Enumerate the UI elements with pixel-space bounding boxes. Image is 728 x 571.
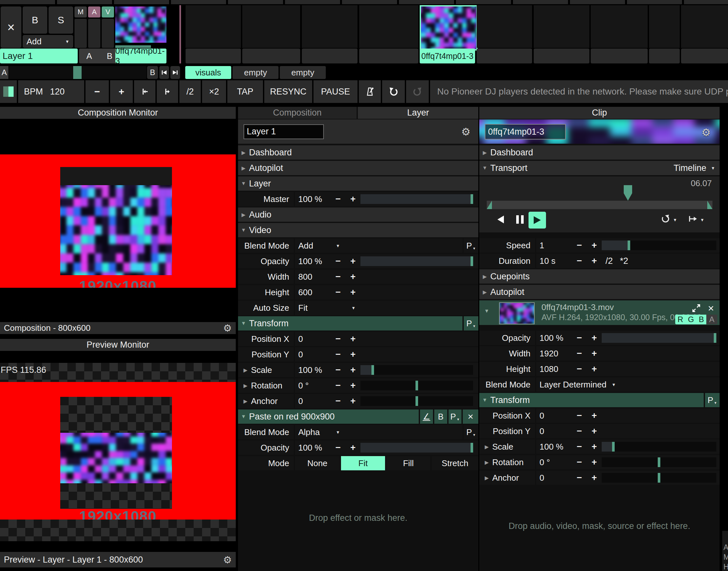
transform-param-button[interactable]: P▼ — [464, 316, 478, 331]
effect-bypass-button[interactable]: B — [434, 410, 447, 424]
timeline-out-handle[interactable] — [707, 201, 713, 209]
speed-slider[interactable] — [602, 240, 716, 250]
scale-value[interactable]: 100 % — [295, 365, 331, 375]
layer-ab-assign[interactable]: A B — [79, 48, 120, 64]
layer-mute-button[interactable]: M — [75, 6, 87, 17]
increment-button[interactable]: + — [587, 256, 602, 266]
clip-cell-label[interactable] — [359, 48, 418, 64]
bpm-increase-button[interactable]: + — [110, 80, 133, 103]
app-logo-button[interactable] — [0, 80, 17, 103]
increment-button[interactable]: + — [345, 334, 360, 344]
opacity-value[interactable]: 100 % — [295, 256, 331, 266]
timeline-track[interactable] — [487, 201, 713, 209]
crossfader-a-label[interactable]: A — [0, 66, 8, 79]
deck-tab-empty-2[interactable]: empty — [280, 66, 326, 79]
clip-cell-label[interactable] — [242, 48, 300, 64]
decrement-button[interactable]: − — [331, 271, 345, 282]
increment-button[interactable]: + — [345, 396, 360, 406]
master-value[interactable]: 100 % — [295, 194, 331, 204]
increment-button[interactable]: + — [587, 240, 602, 250]
clip-cell[interactable] — [359, 5, 418, 48]
increment-button[interactable]: + — [345, 287, 360, 298]
decrement-button[interactable]: − — [331, 380, 345, 391]
transport-mode-dropdown[interactable]: Timeline▼ — [673, 163, 715, 173]
decrement-button[interactable]: − — [572, 256, 587, 266]
increment-button[interactable]: + — [345, 256, 360, 266]
layer-a-fader[interactable] — [88, 19, 100, 48]
clip-width-value[interactable]: 1920 — [536, 349, 572, 359]
height-value[interactable]: 600 — [295, 288, 331, 298]
clip-scale-value[interactable]: 100 % — [536, 442, 572, 452]
clip-rotation-slider[interactable] — [602, 457, 716, 467]
position-x-value[interactable]: 0 — [295, 334, 331, 344]
layer-bypass-button[interactable]: B — [23, 6, 47, 34]
mode-fill-button[interactable]: Fill — [386, 456, 430, 470]
width-value[interactable]: 800 — [295, 272, 331, 282]
clip-cell[interactable] — [302, 5, 357, 48]
section-video[interactable]: ▼Video — [238, 223, 478, 237]
clip-section-autopilot[interactable]: ▶Autopilot — [479, 285, 720, 299]
blend-mode-dropdown[interactable]: Add — [295, 241, 331, 251]
clip-cell-label[interactable] — [681, 48, 728, 64]
increment-button[interactable]: + — [587, 348, 602, 359]
play-backwards-button[interactable] — [497, 216, 504, 223]
channel-g[interactable]: G — [688, 315, 694, 324]
bpm-half-button[interactable]: /2 — [180, 80, 201, 103]
effect-header[interactable]: ▼Paste on red 900x900 — [238, 410, 419, 424]
rgb-channel-buttons[interactable]: R G B — [675, 315, 706, 324]
decrement-button[interactable]: − — [331, 334, 345, 344]
clip-section-cuepoints[interactable]: ▶Cuepoints — [479, 269, 720, 283]
layer-v-fader[interactable] — [102, 19, 114, 48]
increment-button[interactable]: + — [587, 411, 602, 421]
decrement-button[interactable]: − — [331, 443, 345, 453]
crossfader-b-button[interactable]: B — [147, 66, 158, 79]
clip-anchor-slider[interactable] — [602, 473, 716, 483]
decrement-button[interactable]: − — [572, 333, 587, 343]
channel-b[interactable]: B — [699, 315, 704, 324]
clip-position-x-value[interactable]: 0 — [536, 411, 572, 421]
rotation-value[interactable]: 0 ° — [295, 381, 331, 391]
clip-opacity-slider[interactable] — [602, 333, 716, 343]
section-audio[interactable]: ▶Audio — [238, 208, 478, 222]
decrement-button[interactable]: − — [572, 348, 587, 359]
effect-edit-button[interactable]: ∠ — [420, 410, 433, 424]
chevron-down-icon[interactable]: ▼ — [336, 243, 340, 248]
channel-r[interactable]: R — [678, 315, 683, 324]
gear-icon[interactable]: ⚙ — [223, 322, 232, 334]
layer-active-clip-thumbnail[interactable] — [115, 6, 167, 43]
deck-tab-empty-1[interactable]: empty — [232, 66, 279, 79]
clip-anchor-value[interactable]: 0 — [536, 473, 572, 483]
clip-section-dashboard[interactable]: ▶Dashboard — [479, 145, 720, 159]
clip-transform-param-button[interactable]: P▼ — [705, 393, 720, 407]
bpm-double-button[interactable]: ×2 — [202, 80, 226, 103]
next-deck-button[interactable] — [170, 66, 180, 79]
increment-button[interactable]: + — [587, 457, 602, 467]
section-dashboard[interactable]: ▶Dashboard — [238, 145, 478, 159]
decrement-button[interactable]: − — [572, 240, 587, 250]
clip-cell[interactable] — [649, 5, 680, 48]
beat-nudge-back-button[interactable] — [134, 80, 155, 103]
play-button[interactable] — [528, 212, 546, 229]
rotation-slider[interactable] — [360, 381, 473, 390]
decrement-button[interactable]: − — [572, 457, 587, 467]
clip-position-y-value[interactable]: 0 — [536, 426, 572, 436]
duration-double-button[interactable]: *2 — [617, 256, 631, 266]
section-transform[interactable]: ▼Transform — [238, 316, 462, 331]
clip-height-value[interactable]: 1080 — [536, 364, 572, 374]
increment-button[interactable]: + — [345, 271, 360, 282]
anchor-slider[interactable] — [360, 396, 473, 406]
clip-cell[interactable] — [186, 5, 241, 48]
pause-bpm-button[interactable]: PAUSE — [313, 80, 357, 103]
crossfader-handle[interactable] — [73, 66, 82, 79]
layer-blend-dropdown[interactable]: Add▼ — [23, 35, 73, 48]
clip-file-row[interactable]: ▼ 0ffq7t4mp01-3.mov AVF H.264, 1920x1080… — [479, 301, 720, 325]
decrement-button[interactable]: − — [331, 396, 345, 406]
effect-param-button[interactable]: P▼ — [448, 410, 461, 424]
gear-icon[interactable]: ⚙ — [702, 126, 711, 138]
effect-blend-dropdown[interactable]: Alpha — [295, 427, 331, 437]
effect-blend-param-button[interactable]: P▼ — [464, 425, 478, 439]
increment-button[interactable]: + — [587, 426, 602, 436]
layer-audio-fader[interactable] — [75, 19, 87, 48]
layer-video-button[interactable]: V — [102, 6, 114, 17]
increment-button[interactable]: + — [345, 194, 360, 204]
